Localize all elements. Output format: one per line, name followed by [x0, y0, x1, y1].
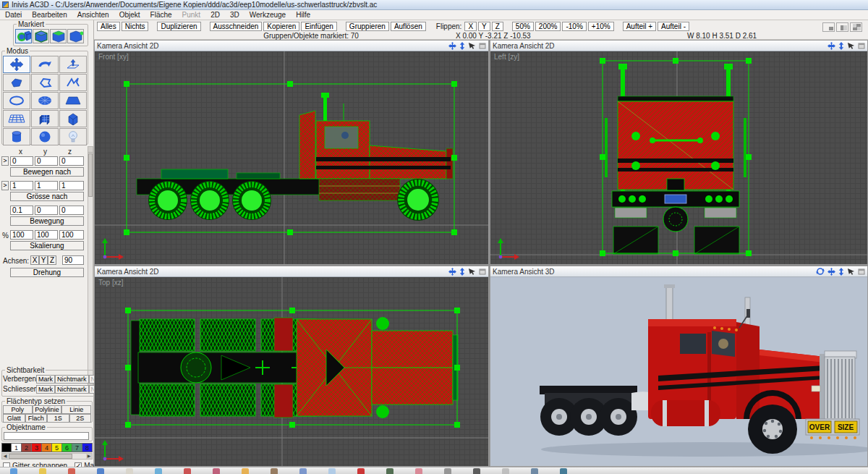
disk-icon[interactable] — [31, 92, 59, 109]
menu-datei[interactable]: Datei — [0, 10, 27, 20]
taskbar-app-icon[interactable] — [560, 468, 567, 474]
viewport-3d-canvas[interactable]: OVER SIZE — [490, 277, 867, 466]
taskbar-app-icon[interactable] — [415, 468, 422, 474]
step-y-field[interactable] — [35, 206, 58, 215]
menu-bearbeiten[interactable]: Bearbeiten — [27, 10, 72, 20]
pointer-icon[interactable] — [468, 42, 476, 49]
layout-single-button[interactable] — [822, 22, 835, 32]
move-to-button[interactable]: Bewegen nach — [10, 167, 84, 177]
rotate-axis-x-toggle[interactable]: X — [30, 255, 39, 265]
maximize-icon[interactable] — [858, 268, 865, 275]
taskbar-app-icon[interactable] — [68, 468, 75, 474]
taskbar-app-icon[interactable] — [328, 468, 336, 474]
rotate-axis-z-toggle[interactable]: Z — [48, 255, 56, 265]
move-x-field[interactable] — [10, 156, 33, 166]
grid-icon[interactable] — [3, 110, 30, 127]
size-y-field[interactable] — [35, 181, 58, 190]
scrollbar-thumb[interactable] — [88, 153, 93, 197]
palette-color[interactable]: 3 — [32, 443, 42, 452]
flip-z-button[interactable]: Z — [492, 22, 503, 31]
hide-unmarked-button[interactable]: Nichtmark — [55, 375, 89, 384]
two-sided-button[interactable]: 2S — [69, 414, 92, 423]
zoom-icon[interactable] — [838, 268, 844, 276]
group-select-icon[interactable] — [15, 29, 32, 43]
taskbar-app-icon[interactable] — [242, 468, 249, 474]
movement-button[interactable]: Bewegung — [10, 216, 84, 226]
subdivide-plus-button[interactable]: Aufteil + — [623, 22, 656, 31]
ellipse-icon[interactable] — [3, 92, 30, 109]
subdivide-minus-button[interactable]: Aufteil - — [658, 22, 689, 31]
pan-icon[interactable] — [448, 268, 456, 276]
scroll-up-icon[interactable] — [88, 147, 93, 153]
zoom-50-button[interactable]: 50% — [512, 22, 534, 31]
palette-scrollbar[interactable]: ◀ ▶ — [1, 453, 93, 460]
menu-objekt[interactable]: Objekt — [114, 10, 145, 20]
palette-color[interactable] — [1, 443, 12, 452]
ungroup-button[interactable]: Auflösen — [391, 22, 426, 31]
shade-smooth-button[interactable]: Glatt — [3, 414, 25, 423]
vertex-select-icon[interactable] — [67, 29, 84, 43]
rotate-tool-icon[interactable] — [31, 56, 59, 73]
cylinder-icon[interactable] — [3, 128, 30, 145]
scale-z-field[interactable] — [59, 230, 84, 240]
surface-polyline-button[interactable]: Polylinie — [33, 405, 62, 414]
rotate-axis-y-toggle[interactable]: Y — [39, 255, 48, 265]
pointer-icon[interactable] — [847, 268, 855, 275]
taskbar-app-icon[interactable] — [473, 468, 480, 474]
move-z-field[interactable] — [59, 156, 84, 166]
taskbar-app-icon[interactable] — [213, 468, 220, 474]
palette-color[interactable]: 6 — [62, 443, 72, 452]
layout-split-button[interactable] — [836, 22, 848, 32]
taskbar-app-icon[interactable] — [97, 468, 104, 474]
taskbar-app-icon[interactable] — [184, 468, 191, 474]
window-titlebar[interactable]: Inivis AC3D - C:/Users/Anwender/Document… — [0, 0, 868, 10]
maximize-icon[interactable] — [479, 43, 486, 49]
duplicate-button[interactable]: Duplizieren — [157, 22, 200, 31]
layout-quad-button[interactable] — [850, 22, 862, 32]
pan-icon[interactable] — [448, 42, 456, 50]
size-x-field[interactable] — [10, 181, 33, 190]
palette-color[interactable]: 5 — [52, 443, 62, 452]
menu-2d[interactable]: 2D — [205, 10, 225, 20]
copy-button[interactable]: Kopieren — [263, 22, 299, 31]
select-none-button[interactable]: Nichts — [122, 22, 149, 31]
zoom-200-button[interactable]: 200% — [535, 22, 561, 31]
palette-color[interactable]: 2 — [22, 443, 32, 452]
viewport-left[interactable]: Kamera Ansicht 2D Left [zy] — [490, 40, 868, 265]
lock-marked-button[interactable]: Mark — [36, 385, 55, 394]
palette-color[interactable]: 8 — [82, 443, 93, 452]
orbit-icon[interactable] — [816, 267, 825, 276]
viewport-top-header[interactable]: Kamera Ansicht 2D — [95, 266, 488, 277]
taskbar-app-icon[interactable] — [444, 468, 451, 474]
viewport-front-canvas[interactable]: Front [xy] — [95, 51, 488, 264]
palette-color[interactable]: 4 — [42, 443, 52, 452]
surface-poly-button[interactable]: Poly — [3, 405, 33, 414]
pan-icon[interactable] — [827, 42, 835, 50]
face-select-icon[interactable] — [50, 29, 67, 43]
object-name-field[interactable] — [4, 432, 89, 440]
polyline-icon[interactable] — [59, 74, 87, 91]
zoom-icon[interactable] — [459, 42, 465, 50]
taskbar-app-icon[interactable] — [10, 468, 17, 474]
viewport-left-canvas[interactable]: Left [zy] — [490, 51, 867, 264]
face-solid-icon[interactable] — [3, 74, 30, 91]
maximize-icon[interactable] — [479, 268, 486, 275]
viewport-3d-header[interactable]: Kamera Ansicht 3D — [490, 266, 867, 277]
taskbar-app-icon[interactable] — [299, 468, 307, 474]
select-all-button[interactable]: Alles — [97, 22, 120, 31]
taskbar-app-icon[interactable] — [531, 468, 538, 474]
paste-button[interactable]: Einfügen — [301, 22, 336, 31]
move-expand-button[interactable]: > — [1, 156, 9, 166]
viewport-left-header[interactable]: Kamera Ansicht 2D — [490, 41, 867, 51]
zoom-icon[interactable] — [459, 268, 465, 276]
menu-flaeche[interactable]: Fläche — [145, 10, 177, 20]
menu-3d[interactable]: 3D — [225, 10, 244, 20]
palette-color[interactable]: 7 — [72, 443, 82, 452]
size-to-button[interactable]: Grösse nach — [10, 192, 84, 201]
pan-icon[interactable] — [827, 268, 835, 276]
hide-marked-button[interactable]: Mark — [36, 375, 55, 384]
mesh-cube-icon[interactable] — [31, 110, 59, 127]
rotate-angle-field[interactable] — [62, 255, 84, 265]
step-z-field[interactable] — [59, 206, 84, 215]
shade-flat-button[interactable]: Flach — [25, 414, 48, 423]
